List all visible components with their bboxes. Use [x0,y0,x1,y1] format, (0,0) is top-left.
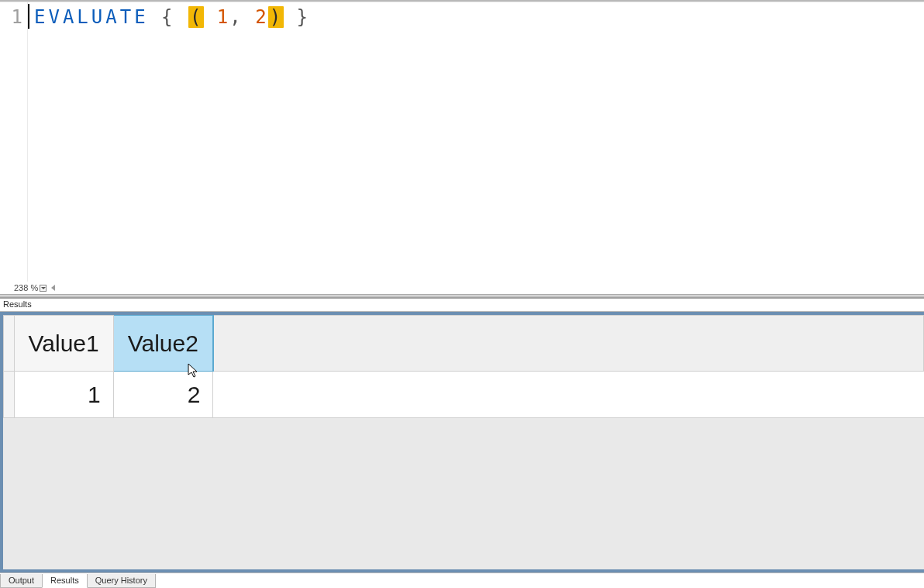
code-editor-pane[interactable]: 1 EVALUATE { ( 1, 2) } 238 % [0,2,924,294]
token-keyword: EVALUATE [34,6,149,28]
empty-header-space [213,316,924,372]
editor-code-line[interactable]: EVALUATE { ( 1, 2) } [29,2,924,280]
column-header[interactable]: Value1 [14,316,113,372]
token-number: 2 [255,6,267,28]
editor-gutter: 1 [0,2,28,294]
token-close-brace: } [297,6,311,28]
results-panel-label: Results [0,299,924,311]
column-header-label: Value1 [29,330,99,356]
tab-output[interactable]: Output [0,574,43,588]
line-number: 1 [0,2,27,32]
query-tool-window: 1 EVALUATE { ( 1, 2) } 238 % Results Val… [0,0,924,588]
data-cell[interactable]: 2 [113,372,213,418]
token-open-brace: { [161,6,175,28]
editor-statusbar: 238 % [0,282,924,294]
results-header-row: Value1 Value2 [4,316,924,372]
zoom-dropdown-icon[interactable] [40,285,47,292]
row-handle[interactable] [4,372,15,418]
empty-cell [213,372,924,418]
tab-results[interactable]: Results [42,574,88,588]
token-comma: , [229,6,242,28]
corner-cell[interactable] [4,316,15,372]
results-pane: Value1 Value2 1 2 [0,311,924,572]
data-cell[interactable]: 1 [14,372,113,418]
table-row[interactable]: 1 2 [4,372,924,418]
results-table[interactable]: Value1 Value2 1 2 [3,315,924,418]
zoom-level-label[interactable]: 238 % [14,283,38,292]
column-header[interactable]: Value2 [113,316,213,372]
token-open-paren: ( [188,6,204,28]
scroll-left-icon[interactable] [51,285,55,291]
bottom-tab-bar: Output Results Query History [0,572,924,588]
token-close-paren: ) [268,6,284,28]
column-header-label: Value2 [128,330,198,356]
results-grid[interactable]: Value1 Value2 1 2 [0,312,924,572]
tab-query-history[interactable]: Query History [87,574,156,588]
token-number: 1 [217,6,229,28]
